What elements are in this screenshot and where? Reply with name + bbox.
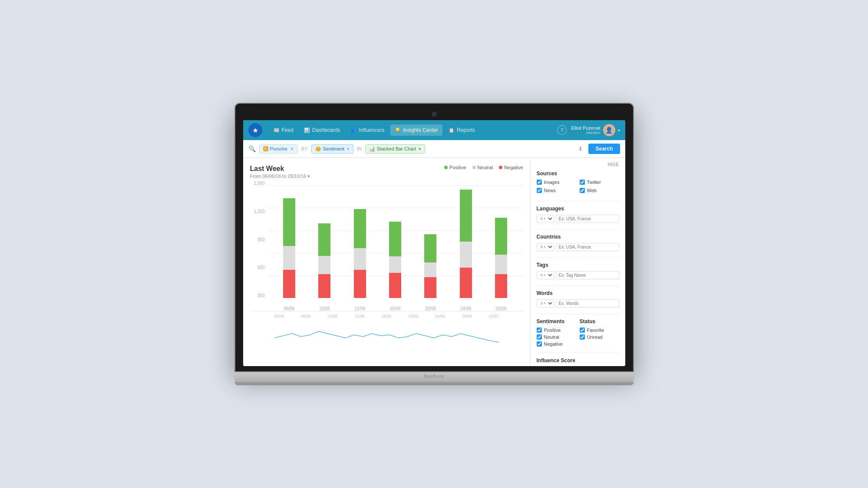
positive-seg-2 (354, 209, 366, 248)
countries-input[interactable] (556, 243, 619, 251)
bar-stack-2[interactable] (354, 209, 366, 298)
y-label-300: 300 (257, 293, 265, 298)
chart-dropdown-icon[interactable]: ▾ (419, 146, 421, 152)
bar-stack-3[interactable] (389, 222, 401, 298)
sentiment-positive-checkbox[interactable] (537, 328, 542, 333)
words-title: Words (537, 290, 619, 296)
bar-stack-6[interactable] (495, 218, 507, 298)
bar-stack-1[interactable] (318, 223, 330, 298)
languages-section: Languages = ▾ (537, 206, 619, 223)
chart-plot: 06/06 10/06 12/06 16/06 20/06 24/06 28/0… (267, 185, 523, 311)
bar-group-4 (424, 234, 436, 298)
reports-icon: 📋 (449, 128, 455, 133)
macbook-wrapper: ★ 📰 Feed 📊 Dashboards 👥 Influencers (234, 103, 634, 385)
negative-label: Negative (504, 165, 523, 170)
nav-item-reports[interactable]: 📋 Reports (444, 124, 479, 136)
user-dropdown-icon[interactable]: ▾ (618, 128, 620, 133)
nav-logo[interactable]: ★ (248, 123, 262, 137)
tags-flag-select[interactable]: = ▾ (537, 271, 554, 279)
status-favorite: Favorite (580, 328, 619, 333)
twitter-checkbox[interactable] (580, 180, 585, 185)
legend-positive: Positive (444, 165, 466, 170)
bar-stack-5[interactable] (460, 190, 472, 298)
x-label-5: 24/06 (457, 306, 475, 311)
mini-chart: 02/06 06/06 10/06 12/06 16/06 20/06 24/0… (250, 311, 523, 350)
tags-input[interactable] (556, 271, 619, 279)
status-unread-label: Unread (587, 334, 603, 340)
help-button[interactable]: ? (557, 125, 567, 135)
bar-group-1 (318, 223, 330, 298)
negative-seg-6 (495, 274, 507, 298)
in-label: IN (357, 146, 362, 151)
news-checkbox[interactable] (537, 188, 542, 193)
words-input[interactable] (556, 299, 619, 308)
countries-flag-select[interactable]: = ▾ (537, 243, 554, 251)
web-checkbox[interactable] (580, 188, 585, 193)
nav-item-insights[interactable]: 💡 Insights Center (390, 124, 442, 136)
divider-4 (537, 285, 619, 286)
porsche-remove-btn[interactable]: ✕ (290, 146, 294, 152)
positive-seg-0 (283, 198, 295, 246)
status-unread-checkbox[interactable] (580, 334, 585, 340)
user-avatar[interactable]: 👤 (603, 124, 615, 136)
sentiments-title: Sentiments (537, 318, 576, 324)
y-axis: 1,500 1,200 900 600 300 (250, 181, 267, 298)
negative-seg-5 (460, 268, 472, 298)
sentiment-neutral-checkbox[interactable] (537, 334, 542, 340)
sentiment-neutral-label: Neutral (544, 334, 559, 340)
mini-x-8: 02/07 (489, 314, 499, 318)
bar-stack-4[interactable] (424, 234, 436, 298)
y-label-900: 900 (257, 237, 265, 242)
filter-porsche-tag[interactable]: P Porsche ✕ (259, 144, 298, 154)
divider-2 (537, 229, 619, 229)
macbook-base (234, 372, 634, 382)
twitter-label: Twitter (587, 180, 601, 185)
images-checkbox[interactable] (537, 180, 542, 185)
feed-label: Feed (282, 127, 294, 133)
sentiment-positive-label: Positive (544, 328, 561, 333)
search-button[interactable]: Search (588, 144, 620, 154)
positive-seg-3 (389, 222, 401, 256)
filter-sentiment-tag[interactable]: 😊 Sentiment ▾ (311, 144, 354, 154)
positive-dot (444, 166, 448, 169)
nav-item-feed[interactable]: 📰 Feed (269, 124, 298, 136)
languages-input[interactable] (556, 215, 619, 223)
neutral-seg-6 (495, 255, 507, 274)
negative-seg-2 (354, 270, 366, 298)
dashboards-icon: 📊 (304, 128, 310, 133)
sentiment-negative: Negative (537, 341, 576, 347)
mini-x-0: 02/06 (274, 314, 284, 318)
negative-seg-4 (424, 277, 436, 298)
insights-icon: 💡 (395, 128, 401, 133)
search-icon[interactable]: 🔍 (248, 145, 256, 152)
x-label-2: 12/06 (351, 306, 369, 311)
status-favorite-checkbox[interactable] (580, 328, 585, 333)
nav-item-influencers[interactable]: 👥 Influencers (347, 124, 389, 136)
sentiment-label: Sentiment (323, 146, 345, 151)
languages-flag-select[interactable]: = ▾ (537, 215, 554, 223)
chart-date[interactable]: From 06/06/16 to 28/10/16 ▾ (250, 174, 310, 179)
negative-seg-3 (389, 273, 401, 298)
sentiment-negative-checkbox[interactable] (537, 341, 542, 347)
words-section: Words = ▾ (537, 290, 619, 308)
words-flag-select[interactable]: = ▾ (537, 299, 554, 308)
mini-x-6: 24/06 (435, 314, 445, 318)
status-col: Status Favorite Unread (580, 318, 619, 348)
sentiment-dropdown-icon[interactable]: ▾ (347, 146, 350, 152)
insights-label: Insights Center (403, 127, 438, 133)
bar-stack-0[interactable] (283, 198, 295, 298)
sentiment-neutral: Neutral (537, 334, 576, 340)
macbook-foot (234, 382, 634, 385)
words-input-row: = ▾ (537, 299, 619, 308)
neutral-seg-1 (318, 256, 330, 274)
hide-button[interactable]: HIDE (608, 162, 619, 167)
chart-icon: 📊 (369, 146, 375, 152)
chart-container: 1,500 1,200 900 600 300 (250, 181, 523, 311)
browser-content: ★ 📰 Feed 📊 Dashboards 👥 Influencers (243, 120, 625, 366)
nav-item-dashboards[interactable]: 📊 Dashboards (300, 124, 345, 136)
y-label-1500: 1,500 (254, 181, 264, 186)
download-button[interactable]: ⬇ (576, 144, 585, 154)
tags-input-row: = ▾ (537, 271, 619, 279)
filter-chart-tag[interactable]: 📊 Stacked Bar Chart ▾ (365, 144, 425, 154)
sentiments-status-row: Sentiments Positive Neutral (537, 318, 619, 348)
